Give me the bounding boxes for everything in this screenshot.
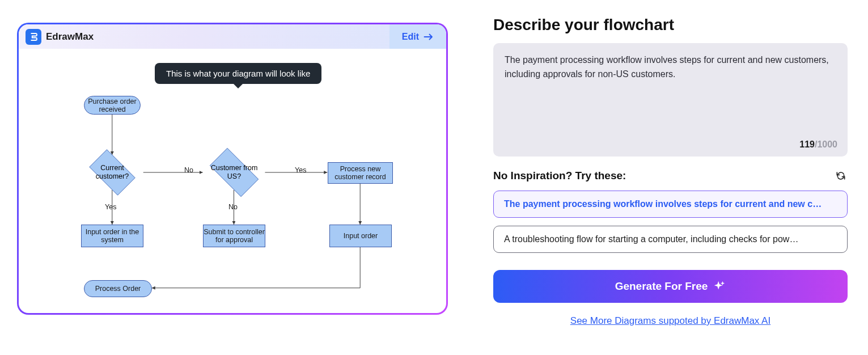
see-more-link[interactable]: See More Diagrams suppoted by EdrawMax A… [493, 315, 848, 327]
preview-inner: EdrawMax Edit This is what your diagram … [19, 24, 446, 313]
edge-label-us-yes: Yes [295, 166, 306, 174]
edge-label-us-no: No [228, 203, 238, 211]
refresh-suggestions-button[interactable] [834, 169, 848, 183]
generate-button-label: Generate For Free [615, 280, 708, 293]
edge-label-cc-no: No [184, 166, 193, 174]
refresh-icon [835, 170, 846, 181]
node-current-customer: Current customer? [84, 155, 141, 190]
inspire-label: No Inspiration? Try these: [493, 170, 626, 182]
right-panel: Describe your flowchart 119/1000 No Insp… [493, 11, 851, 327]
brand-logo-icon [26, 29, 41, 45]
edit-button-label: Edit [402, 32, 419, 42]
edit-button[interactable]: Edit [389, 24, 446, 49]
preview-tooltip: This is what your diagram will look like [155, 63, 321, 84]
arrow-right-icon [424, 33, 434, 41]
flow-canvas: Purchase order received Current customer… [19, 49, 446, 313]
node-input-order: Input order [329, 225, 392, 247]
node-submit-controller: Submit to controller for approval [203, 225, 265, 247]
node-process-new: Process new customer record [328, 162, 393, 184]
suggestion-item[interactable]: A troubleshooting flow for starting a co… [493, 226, 848, 253]
generate-button[interactable]: Generate For Free [493, 270, 848, 303]
node-process-order: Process Order [84, 280, 152, 297]
preview-header: EdrawMax Edit [19, 24, 446, 49]
prompt-input[interactable] [505, 53, 836, 133]
prompt-box[interactable]: 119/1000 [493, 43, 848, 157]
node-customer-us: Customer from US? [203, 155, 265, 190]
preview-card: EdrawMax Edit This is what your diagram … [17, 23, 448, 315]
suggestion-item-active[interactable]: The payment processing workflow involves… [493, 191, 848, 218]
sparkle-icon [713, 280, 726, 293]
brand: EdrawMax [26, 29, 94, 45]
char-count: 119/1000 [799, 140, 837, 150]
edge-label-cc-yes: Yes [105, 203, 116, 211]
node-input-system: Input order in the system [81, 225, 143, 247]
node-start: Purchase order received [84, 96, 141, 115]
brand-name: EdrawMax [46, 31, 94, 43]
page-title: Describe your flowchart [493, 16, 851, 34]
